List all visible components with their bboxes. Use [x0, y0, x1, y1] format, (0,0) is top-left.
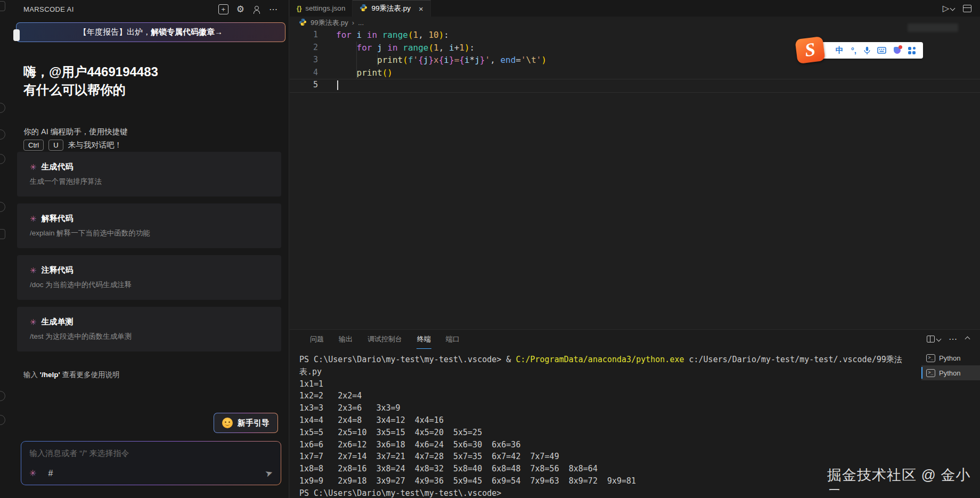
sparkle-icon: ✳	[30, 214, 37, 224]
code-text	[318, 79, 336, 92]
activity-icon-partial[interactable]	[0, 103, 5, 113]
panel-tab-0[interactable]: 问题	[303, 330, 331, 348]
prompt-sparkle-icon[interactable]: ✳	[29, 468, 36, 478]
line-number: 5	[290, 79, 318, 92]
run-python-file-icon[interactable]: ▷	[943, 3, 954, 13]
prompt-card-2[interactable]: ✳注释代码/doc 为当前选中的代码生成注释	[17, 255, 281, 300]
terminal-list-item-1[interactable]: >_Python	[921, 365, 980, 380]
vscode-window: MARSCODE AI + ⚙ ⋯ 【年度报告】出炉，解锁专属代码徽章→ 嗨，@…	[0, 0, 980, 498]
chat-input[interactable]: 输入消息或者 “/” 来选择指令 ✳ # ➤	[21, 442, 281, 485]
terminal-icon: >_	[926, 354, 935, 362]
sidebar-header: MARSCODE AI + ⚙ ⋯	[12, 0, 289, 15]
code-text: for i in range(1, 10):	[318, 29, 449, 42]
prompt-card-desc: /doc 为当前选中的代码生成注释	[30, 280, 271, 290]
prompt-card-label: 解释代码	[42, 214, 74, 224]
editor-tab-1[interactable]: 99乘法表.py×	[353, 0, 430, 17]
chat-input-toolbar: ✳ # ➤	[29, 468, 273, 479]
code-text: print(f'{j}x{i}={i*j}', end='\t')	[318, 54, 546, 67]
run-dropdown-icon[interactable]	[950, 6, 956, 11]
close-icon[interactable]: ×	[419, 4, 423, 13]
editor-tabs: {}settings.json99乘法表.py×	[290, 0, 431, 17]
mic-icon[interactable]	[864, 46, 870, 55]
active-extension-indicator	[13, 29, 20, 41]
activity-icon-partial[interactable]	[0, 202, 5, 212]
ime-punctuation-icon[interactable]: °,	[851, 46, 856, 55]
maximize-panel-icon[interactable]	[965, 337, 970, 342]
activity-icon-partial[interactable]	[0, 129, 5, 140]
guide-button-wrap: 新手引导	[214, 413, 278, 433]
breadcrumb[interactable]: 99乘法表.py › ...	[290, 17, 980, 29]
sogou-logo[interactable]: S	[795, 36, 825, 64]
prompt-card-label: 注释代码	[42, 265, 74, 275]
prompt-card-title: ✳生成单测	[30, 317, 271, 327]
sparkle-icon: ✳	[30, 266, 37, 275]
line-number: 1	[290, 29, 318, 42]
send-icon[interactable]: ➤	[264, 467, 274, 479]
prompt-card-desc: /explain 解释一下当前选中函数的功能	[30, 228, 271, 238]
breadcrumb-more[interactable]: ...	[358, 19, 364, 27]
greeting-line2: 有什么可以帮你的	[23, 83, 126, 97]
tab-label: 99乘法表.py	[371, 4, 411, 13]
marscode-sidebar: MARSCODE AI + ⚙ ⋯ 【年度报告】出炉，解锁专属代码徽章→ 嗨，@…	[12, 0, 289, 498]
greeting-line1: 嗨，@用户4469194483	[23, 64, 158, 79]
terminal-icon: >_	[926, 369, 935, 377]
code-text: print()	[318, 67, 393, 79]
panel-more-icon[interactable]: ⋯	[949, 334, 958, 344]
panel-tab-3[interactable]: 终端	[410, 330, 438, 348]
sidebar-title: MARSCODE AI	[23, 5, 74, 13]
editor-tab-0[interactable]: {}settings.json	[290, 0, 353, 17]
activity-bar	[0, 0, 12, 498]
panel-tab-1[interactable]: 输出	[331, 330, 360, 348]
prompt-card-title: ✳解释代码	[30, 214, 271, 224]
terminal-list-item-0[interactable]: >_Python	[921, 350, 980, 365]
panel-header: 问题输出调试控制台终端端口 ⋯	[290, 330, 980, 348]
activity-icon-partial[interactable]	[0, 229, 5, 239]
more-icon[interactable]: ⋯	[269, 4, 278, 14]
keyboard-icon[interactable]	[877, 47, 886, 54]
panel-tab-2[interactable]: 调试控制台	[360, 330, 410, 348]
greeting: 嗨，@用户4469194483 有什么可以帮你的	[23, 63, 158, 99]
code-text: for j in range(1, i+1):	[318, 42, 475, 54]
activity-icon-partial[interactable]	[0, 154, 5, 164]
prompt-card-desc: /test 为这段选中的函数生成单测	[30, 332, 271, 341]
skin-palette-icon[interactable]	[894, 47, 901, 54]
terminal-label: Python	[939, 354, 960, 362]
hugging-face-emoji	[222, 418, 233, 428]
settings-activity-icon[interactable]	[0, 415, 5, 425]
split-terminal-icon[interactable]	[927, 336, 941, 342]
split-editor-icon[interactable]	[963, 5, 971, 12]
sogou-ime-toolbar: S 中 °,	[796, 35, 924, 67]
chat-input-placeholder: 输入消息或者 “/” 来选择指令	[29, 448, 273, 459]
activity-icon-partial[interactable]	[0, 1, 5, 11]
annual-report-banner[interactable]: 【年度报告】出炉，解锁专属代码徽章→	[16, 22, 285, 42]
prompt-cards: ✳生成代码生成一个冒泡排序算法✳解释代码/explain 解释一下当前选中函数的…	[17, 152, 281, 352]
context-hash-icon[interactable]: #	[48, 469, 53, 478]
annual-report-banner-text: 【年度报告】出炉，解锁专属代码徽章→	[17, 23, 285, 42]
beginner-guide-button[interactable]: 新手引导	[214, 413, 277, 432]
editor-tabbar: {}settings.json99乘法表.py× ▷	[290, 0, 980, 17]
prompt-card-0[interactable]: ✳生成代码生成一个冒泡排序算法	[17, 152, 281, 197]
panel-tab-4[interactable]: 端口	[438, 330, 467, 348]
panel-actions: ⋯	[927, 334, 975, 344]
breadcrumb-file[interactable]: 99乘法表.py	[311, 18, 348, 28]
json-braces-icon: {}	[297, 5, 301, 12]
key-ctrl[interactable]: Ctrl	[23, 140, 44, 151]
account-activity-icon[interactable]	[0, 391, 5, 401]
gear-icon[interactable]: ⚙	[236, 4, 244, 15]
line-number: 2	[290, 42, 318, 54]
account-icon[interactable]	[252, 5, 261, 14]
prompt-card-3[interactable]: ✳生成单测/test 为这段选中的函数生成单测	[17, 307, 281, 352]
sidebar-actions: + ⚙ ⋯	[218, 4, 278, 15]
new-chat-icon[interactable]: +	[218, 4, 228, 14]
prompt-card-1[interactable]: ✳解释代码/explain 解释一下当前选中函数的功能	[17, 203, 281, 248]
prompt-card-title: ✳生成代码	[30, 162, 271, 172]
key-u[interactable]: U	[48, 140, 63, 151]
ime-chinese-mode[interactable]: 中	[836, 45, 844, 55]
prompt-card-title: ✳注释代码	[30, 265, 271, 275]
breadcrumb-separator: ›	[352, 19, 354, 27]
apps-grid-icon[interactable]	[908, 47, 916, 54]
editor-actions: ▷	[943, 0, 980, 17]
chat-input-border: 输入消息或者 “/” 来选择指令 ✳ # ➤	[21, 441, 281, 485]
sparkle-icon: ✳	[30, 317, 37, 327]
editor-area: {}settings.json99乘法表.py× ▷ 99乘法表.py › ..…	[290, 0, 980, 498]
